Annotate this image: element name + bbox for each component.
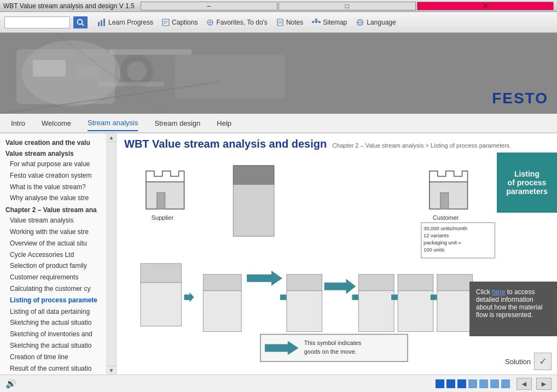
sidebar-item-i10[interactable]: Customer requirements	[0, 272, 106, 283]
solution-label: Solution	[505, 358, 531, 366]
nav-dot-2[interactable]	[446, 379, 455, 388]
nav-dot-3[interactable]	[457, 379, 466, 388]
svg-rect-3	[101, 20, 102, 26]
nav-dot-1[interactable]	[436, 379, 444, 388]
bar-chart-icon	[97, 19, 106, 26]
sidebar-item-i15[interactable]: Sketching of inventories and	[0, 329, 106, 340]
sidebar-scroll-up[interactable]: ▲	[107, 133, 116, 142]
favorites-icon	[206, 19, 214, 26]
svg-rect-17	[318, 21, 321, 23]
toolbar-nav: Learn Progress Captions Favorites, To do…	[97, 19, 553, 26]
navmenu-item-welcome[interactable]: Welcome	[42, 116, 71, 131]
svg-rect-15	[312, 21, 314, 23]
sidebar-item-i18[interactable]: Result of the current situatio	[0, 363, 106, 375]
nav-dots	[436, 379, 510, 388]
content-area: WBT Value stream analysis and design Cha…	[117, 133, 557, 375]
nav-sitemap[interactable]: Sitemap	[312, 19, 347, 26]
sidebar-section-s2: Value stream analysis	[0, 148, 106, 159]
flow-arrow-1	[247, 271, 282, 286]
svg-point-0	[78, 19, 83, 24]
sidebar-item-i9[interactable]: Selection of product family	[0, 260, 106, 272]
nav-dot-6[interactable]	[490, 379, 499, 388]
process-box-3	[280, 274, 322, 332]
nav-dot-4[interactable]	[468, 379, 477, 388]
notes-icon	[276, 19, 284, 26]
main-product-box	[233, 166, 274, 237]
sidebar-item-i2[interactable]: Festo value creation system	[0, 170, 106, 182]
sidebar-item-i11[interactable]: Calculating the customer cy	[0, 283, 106, 295]
sidebar-item-i13[interactable]: Listing of all data pertaining	[0, 306, 106, 318]
nav-notes[interactable]: Notes	[276, 19, 303, 26]
svg-marker-59	[324, 279, 356, 294]
svg-text:Customer: Customer	[433, 214, 459, 221]
hero-image: FESTO	[0, 33, 557, 114]
sidebar-item-i12[interactable]: Listing of process paramete	[0, 295, 106, 306]
svg-rect-2	[98, 22, 100, 26]
svg-rect-27	[16, 49, 115, 104]
next-button[interactable]: ►	[536, 378, 552, 390]
nav-learn-progress[interactable]: Learn Progress	[97, 19, 153, 26]
navmenu-item-stream-analysis[interactable]: Stream analysis	[88, 115, 138, 131]
sidebar-item-i16[interactable]: Sketching the actual situatio	[0, 340, 106, 352]
svg-text:Supplier: Supplier	[152, 214, 173, 221]
sidebar-section-s3: Chapter 2 – Value stream ana	[0, 204, 106, 215]
flow-arrow-2	[324, 279, 356, 294]
sidebar-item-i5[interactable]: Value stream analysis	[0, 215, 106, 226]
svg-rect-11	[277, 19, 283, 26]
svg-rect-57	[287, 274, 322, 291]
sidebar-scroll: ▲ ▼	[107, 133, 117, 375]
here-link[interactable]: here	[492, 288, 505, 296]
nav-language[interactable]: Language	[356, 19, 396, 26]
solution-check-button[interactable]: ✓	[534, 353, 552, 370]
navmenu-item-help[interactable]: Help	[217, 116, 231, 131]
main-area: Value creation and the valuValue stream …	[0, 133, 557, 375]
sidebar-scroll-down[interactable]: ▼	[107, 366, 116, 375]
navmenu: Intro Welcome Stream analysis Stream des…	[0, 114, 557, 133]
sidebar: Value creation and the valuValue stream …	[0, 133, 107, 375]
search-button[interactable]	[73, 16, 88, 28]
sidebar-item-i8[interactable]: Cycle Accessories Ltd	[0, 249, 106, 261]
sidebar-item-i6[interactable]: Working with the value stre	[0, 226, 106, 238]
svg-rect-38	[157, 193, 165, 209]
svg-rect-51	[141, 283, 182, 326]
minimize-button[interactable]: –	[141, 2, 278, 10]
svg-rect-61	[358, 274, 394, 291]
svg-rect-58	[287, 291, 322, 332]
svg-rect-33	[98, 82, 164, 86]
sidebar-item-i7[interactable]: Overview of the actual situ	[0, 238, 106, 249]
goods-indicator: This symbol indicates goods on the move.	[260, 335, 408, 362]
nav-dot-5[interactable]	[479, 379, 488, 388]
process-box-1	[141, 264, 194, 326]
listing-process-panel: Listing of process parameters	[497, 153, 557, 213]
breadcrumb: Chapter 2 – Value stream analysis > List…	[332, 142, 509, 149]
sidebar-item-i19[interactable]: Exercise: Sketch the actual	[0, 374, 106, 375]
solution-area: Solution ✓	[505, 353, 552, 370]
svg-text:12 variants: 12 variants	[423, 232, 449, 238]
nav-captions[interactable]: Captions	[162, 19, 198, 26]
close-button[interactable]: ✕	[417, 2, 554, 10]
process-box-5	[391, 274, 433, 332]
festo-logo: FESTO	[492, 90, 548, 107]
maximize-button[interactable]: □	[278, 2, 416, 10]
navmenu-item-stream-design[interactable]: Stream design	[154, 116, 200, 131]
value-stream-diagram: Supplier Customer 30,000 units	[124, 157, 549, 370]
sidebar-item-i14[interactable]: Sketching the actual situatio	[0, 317, 106, 329]
navmenu-item-intro[interactable]: Intro	[11, 116, 25, 131]
sound-button[interactable]: 🔊	[5, 378, 16, 389]
search-input[interactable]	[4, 16, 70, 28]
sidebar-item-i3[interactable]: What is the value stream?	[0, 182, 106, 193]
nav-dot-7[interactable]	[501, 379, 510, 388]
svg-rect-5	[163, 19, 169, 26]
sidebar-item-i17[interactable]: Creation of time line	[0, 352, 106, 363]
svg-text:This symbol indicates: This symbol indicates	[304, 340, 362, 346]
svg-point-31	[127, 61, 147, 81]
svg-rect-67	[437, 274, 473, 291]
svg-rect-29	[77, 66, 98, 77]
prev-button[interactable]: ◄	[517, 378, 532, 390]
svg-marker-55	[247, 271, 282, 286]
svg-rect-50	[141, 264, 182, 283]
nav-favorites[interactable]: Favorites, To do's	[206, 19, 267, 26]
sidebar-item-i1[interactable]: For what purpose are value	[0, 159, 106, 170]
customer-icon: Customer	[430, 171, 468, 221]
sidebar-item-i4[interactable]: Why analyse the value stre	[0, 192, 106, 204]
